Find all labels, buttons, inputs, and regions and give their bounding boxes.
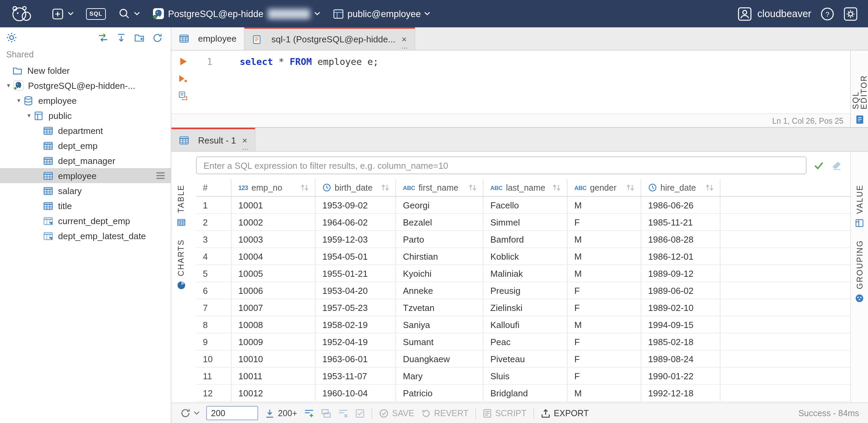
table-row[interactable]: 10100101963-06-01DuangkaewPiveteauF1989-… <box>196 351 850 368</box>
grid-cell[interactable]: Facello <box>484 197 568 213</box>
user-menu[interactable]: cloudbeaver <box>738 6 811 21</box>
grid-cell[interactable]: 10010 <box>232 351 316 367</box>
grid-cell[interactable]: Patricio <box>396 385 484 401</box>
refresh-results-button[interactable] <box>180 408 199 418</box>
grid-cell[interactable]: 1990-01-22 <box>641 368 720 384</box>
tab-options-dots[interactable]: … <box>401 42 409 50</box>
table-row[interactable]: 3100031959-12-03PartoBamfordM1986-08-28 <box>196 231 850 248</box>
column-header-hire_date[interactable]: hire_date <box>641 179 720 196</box>
tree-item[interactable]: ▾employee <box>0 93 171 108</box>
grid-cell[interactable]: Maliniak <box>484 265 568 282</box>
table-row[interactable]: 2100021964-06-02BezalelSimmelF1985-11-21 <box>196 214 850 231</box>
item-actions-icon[interactable] <box>156 172 165 180</box>
panel-tab-value[interactable]: VALUE <box>855 185 864 230</box>
revert-button[interactable]: REVERT <box>421 408 468 418</box>
execute-new-tab-icon[interactable] <box>178 74 188 83</box>
grid-cell[interactable]: Simmel <box>484 214 568 230</box>
tree-item[interactable]: New folder <box>0 63 171 78</box>
grid-cell[interactable]: 1959-12-03 <box>316 231 396 247</box>
apply-filter-check-icon[interactable] <box>813 160 824 171</box>
script-button[interactable]: SCRIPT <box>483 408 527 418</box>
table-row[interactable]: 12100121960-10-04PatricioBridglandM1992-… <box>196 385 850 402</box>
panel-tab-table[interactable]: TABLE <box>177 185 185 229</box>
grid-cell[interactable]: 1955-01-21 <box>316 265 396 282</box>
grid-cell[interactable]: 1953-11-07 <box>316 368 396 384</box>
row-number-cell[interactable]: 1 <box>196 197 232 213</box>
sort-icon[interactable] <box>705 184 714 191</box>
grid-cell[interactable]: 1986-08-28 <box>641 231 720 247</box>
table-row[interactable]: 7100071957-05-23TzvetanZielinskiF1989-02… <box>196 299 850 316</box>
grid-cell[interactable]: 1985-11-21 <box>641 214 720 230</box>
grid-cell[interactable]: 10009 <box>232 333 316 350</box>
grid-cell[interactable]: M <box>568 385 641 401</box>
row-number-cell[interactable]: 9 <box>196 333 232 350</box>
grid-cell[interactable]: 1958-02-19 <box>316 316 396 333</box>
grid-cell[interactable]: Saniya <box>396 316 484 333</box>
tab-result-1[interactable]: Result - 1 × … <box>171 128 255 151</box>
column-header-gender[interactable]: ABCgender <box>568 179 641 196</box>
table-row[interactable]: 1100011953-09-02GeorgiFacelloM1986-06-26 <box>196 197 850 214</box>
fetch-size-input[interactable] <box>206 406 258 420</box>
tree-item[interactable]: dept_manager <box>0 153 171 168</box>
grid-cell[interactable]: Bamford <box>484 231 568 247</box>
grid-cell[interactable]: 1989-09-12 <box>641 265 720 282</box>
grid-cell[interactable]: Sluis <box>484 368 568 384</box>
add-folder-icon[interactable] <box>134 32 145 43</box>
column-header-#[interactable]: # <box>196 179 232 196</box>
sort-icon[interactable] <box>300 184 309 191</box>
grid-cell[interactable]: F <box>568 214 641 230</box>
table-row[interactable]: 9100091952-04-19SumantPeacF1985-02-18 <box>196 333 850 351</box>
grid-cell[interactable]: 1985-02-18 <box>641 333 720 350</box>
grid-cell[interactable]: F <box>568 299 641 316</box>
row-number-cell[interactable]: 2 <box>196 214 232 230</box>
tree-item[interactable]: department <box>0 123 171 138</box>
sql-editor-panel-tab[interactable]: SQL EDITOR <box>850 51 868 127</box>
expand-chevron-icon[interactable]: ▾ <box>25 112 33 119</box>
execution-plan-icon[interactable] <box>178 91 188 100</box>
row-number-cell[interactable]: 7 <box>196 299 232 316</box>
grid-cell[interactable]: Zielinski <box>484 299 568 316</box>
grid-cell[interactable]: Parto <box>396 231 484 247</box>
grid-cell[interactable]: 1953-09-02 <box>316 197 396 213</box>
sort-icon[interactable] <box>468 184 477 191</box>
sql-editor[interactable]: 1 select * FROM employee e; <box>171 51 850 113</box>
tree-item[interactable]: ▾public <box>0 108 171 123</box>
grid-cell[interactable]: Mary <box>396 368 484 384</box>
grid-cell[interactable]: M <box>568 197 641 213</box>
grid-cell[interactable]: 1992-12-18 <box>641 385 720 401</box>
duplicate-row-button[interactable] <box>321 408 331 418</box>
grid-cell[interactable]: 1989-06-02 <box>641 282 720 299</box>
clear-filter-eraser-icon[interactable] <box>831 160 842 171</box>
tree-item[interactable]: dept_emp <box>0 138 171 153</box>
sort-icon[interactable] <box>381 184 389 191</box>
grid-cell[interactable]: 1960-10-04 <box>316 385 396 401</box>
connection-selector[interactable]: PostgreSQL@ep-hidde <box>146 0 326 27</box>
cloudbeaver-logo-icon[interactable] <box>0 3 45 24</box>
grid-cell[interactable]: M <box>568 231 641 247</box>
grid-cell[interactable]: 1986-12-01 <box>641 248 720 264</box>
grid-cell[interactable]: F <box>568 333 641 350</box>
export-button[interactable]: EXPORT <box>541 408 589 418</box>
grid-cell[interactable]: M <box>568 316 641 333</box>
grid-cell[interactable]: 1989-08-24 <box>641 351 720 367</box>
grid-cell[interactable]: Georgi <box>396 197 484 213</box>
grid-cell[interactable]: Sumant <box>396 333 484 350</box>
grid-cell[interactable]: 10003 <box>232 231 316 247</box>
grid-cell[interactable]: M <box>568 265 641 282</box>
column-header-first_name[interactable]: ABCfirst_name <box>396 179 484 196</box>
grid-cell[interactable]: 1964-06-02 <box>316 214 396 230</box>
grid-cell[interactable]: Preusig <box>484 282 568 299</box>
sort-icon[interactable] <box>626 184 634 191</box>
tree-item[interactable]: employee <box>0 168 171 183</box>
grid-cell[interactable]: Koblick <box>484 248 568 264</box>
refresh-tree-icon[interactable] <box>152 32 163 43</box>
schema-selector[interactable]: public@employee <box>326 0 437 27</box>
grid-cell[interactable]: 1954-05-01 <box>316 248 396 264</box>
grid-cell[interactable]: 1957-05-23 <box>316 299 396 316</box>
column-header-last_name[interactable]: ABClast_name <box>484 179 568 196</box>
expand-chevron-icon[interactable]: ▾ <box>14 97 23 104</box>
row-number-cell[interactable]: 10 <box>196 351 232 367</box>
fetch-next-page-button[interactable]: 200+ <box>265 408 297 418</box>
sidebar-settings-gear-icon[interactable] <box>6 32 17 43</box>
row-number-cell[interactable]: 8 <box>196 316 232 333</box>
